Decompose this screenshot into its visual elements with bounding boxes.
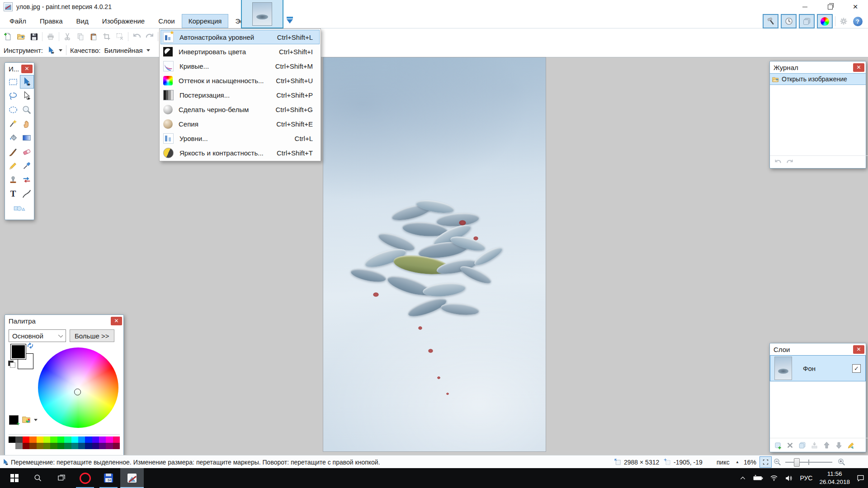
color-swatch[interactable]: [71, 443, 78, 449]
new-file-button[interactable]: [3, 32, 13, 42]
zoom-slider-thumb[interactable]: [794, 458, 800, 467]
undo-button[interactable]: [132, 32, 142, 42]
duplicate-layer-button[interactable]: [797, 440, 807, 450]
menu-item[interactable]: Правка: [33, 14, 70, 28]
crop-button[interactable]: [102, 32, 112, 42]
settings-button[interactable]: [838, 15, 849, 27]
color-swatch[interactable]: [99, 443, 106, 449]
image-list-arrow[interactable]: [285, 16, 295, 24]
wifi-icon[interactable]: [770, 475, 778, 481]
add-color-button[interactable]: [9, 415, 19, 425]
quality-value[interactable]: Билинейная: [104, 47, 143, 54]
layers-window-toggle[interactable]: [799, 14, 815, 28]
tool-paint-bucket[interactable]: [6, 131, 20, 145]
history-window-toggle[interactable]: [781, 14, 797, 28]
zoom-in-button[interactable]: [837, 455, 846, 469]
zoom-level-value[interactable]: 16%: [744, 455, 756, 469]
tools-window-toggle[interactable]: [763, 14, 778, 28]
tool-clone-stamp[interactable]: [6, 173, 20, 187]
action-center-icon[interactable]: [857, 474, 864, 482]
cut-button[interactable]: [62, 32, 72, 42]
palette-file-caret[interactable]: [34, 419, 38, 421]
tool-paintbrush[interactable]: [6, 145, 20, 159]
adjustments-menu-item[interactable]: Кривые... Ctrl+Shift+M: [160, 59, 320, 73]
delete-layer-button[interactable]: [785, 440, 795, 450]
taskbar-floppy-app-button[interactable]: [97, 468, 120, 488]
tool-recolor[interactable]: [20, 173, 34, 187]
color-wheel-selector[interactable]: [74, 389, 81, 395]
history-panel-close-button[interactable]: ✕: [853, 63, 864, 72]
print-button[interactable]: [46, 32, 56, 42]
color-swatch[interactable]: [29, 443, 36, 449]
color-swatch[interactable]: [99, 436, 106, 443]
redo-button[interactable]: [145, 32, 155, 42]
color-swatch[interactable]: [78, 436, 85, 443]
unit-caret-up-icon[interactable]: ▲: [736, 455, 739, 469]
adjustments-menu-item[interactable]: Уровни... Ctrl+L: [160, 131, 320, 145]
swap-colors-icon[interactable]: [27, 342, 34, 349]
color-swatch[interactable]: [106, 436, 113, 443]
tool-dropdown-caret[interactable]: [59, 49, 62, 52]
history-undo-icon[interactable]: [774, 158, 782, 166]
tool-zoom[interactable]: [20, 103, 34, 117]
close-button[interactable]: ×: [843, 0, 868, 14]
tool-move-selection[interactable]: [20, 89, 34, 103]
tool-color-picker[interactable]: [20, 159, 34, 173]
task-view-button[interactable]: [50, 468, 73, 488]
color-swatch[interactable]: [15, 443, 22, 449]
image-tab[interactable]: [241, 0, 283, 28]
color-swatch[interactable]: [9, 443, 15, 449]
tool-pencil[interactable]: [6, 159, 20, 173]
color-swatch[interactable]: [43, 436, 50, 443]
palette-more-button[interactable]: Больше >>: [70, 329, 114, 342]
adjustments-menu-item[interactable]: Сделать черно-белым Ctrl+Shift+G: [160, 102, 320, 117]
merge-down-button[interactable]: [809, 440, 819, 450]
menu-item[interactable]: Вид: [70, 14, 95, 28]
tools-panel-close-button[interactable]: ✕: [21, 65, 33, 73]
help-button[interactable]: ?: [852, 15, 863, 27]
restore-button[interactable]: [817, 0, 843, 14]
fit-window-button[interactable]: [760, 455, 772, 469]
colors-window-toggle[interactable]: [817, 14, 833, 28]
color-swatch[interactable]: [15, 436, 22, 443]
adjustments-menu-item[interactable]: Инвертировать цвета Ctrl+Shift+I: [160, 44, 320, 59]
open-button[interactable]: [16, 32, 26, 42]
layer-properties-button[interactable]: [846, 440, 856, 450]
taskbar-opera-button[interactable]: [73, 468, 97, 488]
tool-line-curve[interactable]: [20, 187, 34, 201]
save-button[interactable]: [29, 32, 39, 42]
battery-icon[interactable]: [753, 475, 763, 481]
adjustments-menu-item[interactable]: Оттенок и насыщенность... Ctrl+Shift+U: [160, 73, 320, 88]
history-redo-icon[interactable]: [786, 158, 794, 166]
tool-ellipse-select[interactable]: [6, 103, 20, 117]
paste-button[interactable]: [89, 32, 99, 42]
tool-magic-wand[interactable]: [6, 117, 20, 131]
menu-item[interactable]: Коррекция: [182, 14, 229, 28]
color-swatch[interactable]: [85, 436, 92, 443]
copy-button[interactable]: [75, 32, 85, 42]
tool-move-selected-pixels[interactable]: [20, 75, 34, 89]
color-swatch[interactable]: [23, 436, 29, 443]
color-swatch[interactable]: [29, 436, 36, 443]
palette-panel-close-button[interactable]: ✕: [111, 317, 122, 325]
clock[interactable]: 11:56 26.04.2018: [819, 470, 850, 486]
color-swatch[interactable]: [92, 443, 99, 449]
color-swatch[interactable]: [43, 443, 50, 449]
taskbar-search-button[interactable]: [26, 468, 50, 488]
color-wheel[interactable]: [38, 347, 118, 428]
adjustments-menu-item[interactable]: Яркость и контрастность... Ctrl+Shift+T: [160, 145, 320, 160]
layer-row[interactable]: Фон ✓: [770, 355, 866, 381]
color-swatch[interactable]: [78, 443, 85, 449]
zoom-out-button[interactable]: [773, 455, 782, 469]
tool-lasso-select[interactable]: [6, 89, 20, 103]
palette-mode-select[interactable]: Основной: [9, 329, 66, 342]
layers-panel-close-button[interactable]: ✕: [853, 345, 864, 354]
menu-item[interactable]: Изображение: [95, 14, 152, 28]
menu-item[interactable]: Файл: [3, 14, 33, 28]
palette-file-icon[interactable]: [21, 414, 31, 424]
color-swatch[interactable]: [23, 443, 29, 449]
color-swatch[interactable]: [9, 436, 15, 443]
color-swatch[interactable]: [50, 436, 57, 443]
color-swatch[interactable]: [37, 443, 43, 449]
color-swatch[interactable]: [64, 443, 71, 449]
